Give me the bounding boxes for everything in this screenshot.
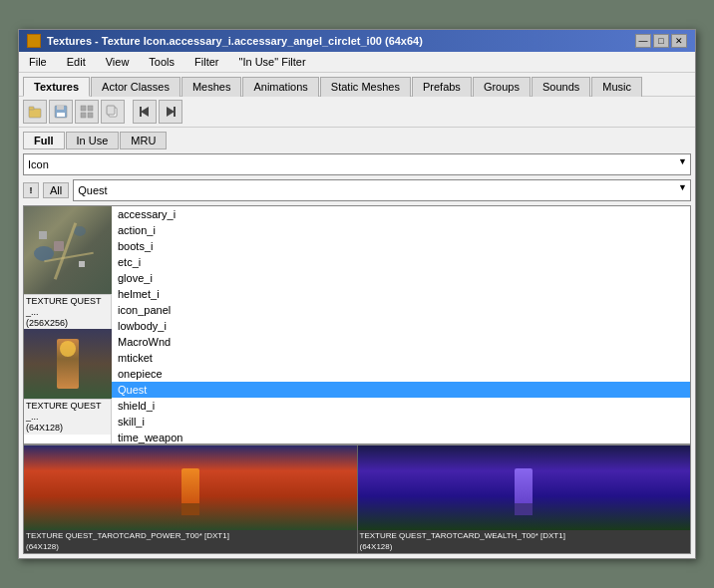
svg-marker-13 [167, 107, 175, 117]
tab-textures[interactable]: Textures [23, 77, 90, 97]
subtab-inuse[interactable]: In Use [66, 132, 120, 149]
title-buttons: — □ ✕ [635, 34, 687, 48]
svg-rect-8 [88, 113, 93, 118]
maximize-button[interactable]: □ [653, 34, 669, 48]
toolbar-prev-btn[interactable] [133, 100, 157, 124]
close-button[interactable]: ✕ [671, 34, 687, 48]
texture-preview-image-1 [24, 206, 112, 294]
svg-rect-5 [81, 106, 86, 111]
menu-bar: File Edit View Tools Filter "In Use" Fil… [19, 52, 695, 73]
toolbar [19, 97, 695, 128]
list-item[interactable]: glove_i [112, 270, 690, 286]
menu-filter[interactable]: Filter [188, 54, 224, 70]
toolbar-copy-btn[interactable] [101, 100, 125, 124]
menu-inuse-filter[interactable]: "In Use" Filter [233, 54, 312, 70]
bottom-label-2: TEXTURE QUEST_TAROTCARD_WEALTH_T00* [DXT… [358, 530, 691, 553]
menu-edit[interactable]: Edit [61, 54, 92, 70]
tabs-container: Textures Actor Classes Meshes Animations… [19, 73, 695, 97]
group-filter-wrapper: Quest [73, 179, 691, 201]
list-item[interactable]: onepiece [112, 366, 690, 382]
exclaim-button[interactable]: ! [23, 182, 39, 198]
svg-rect-3 [57, 113, 65, 117]
icon-filter-wrapper: Icon [23, 153, 691, 175]
svg-rect-6 [88, 106, 93, 111]
bottom-tile-1: TEXTURE QUEST_TAROTCARD_POWER_T00* [DXT1… [24, 445, 358, 553]
menu-tools[interactable]: Tools [143, 54, 180, 70]
toolbar-open-btn[interactable] [23, 100, 47, 124]
list-item[interactable]: mticket [112, 350, 690, 366]
tab-prefabs[interactable]: Prefabs [412, 77, 472, 97]
list-item[interactable]: etc_i [112, 254, 690, 270]
toolbar-save-btn[interactable] [49, 100, 73, 124]
svg-rect-1 [29, 107, 34, 110]
bottom-image-1 [24, 445, 357, 530]
toolbar-view-btn[interactable] [75, 100, 99, 124]
texture-label-2: TEXTURE QUEST_... (64X128) [24, 399, 111, 434]
svg-rect-0 [29, 109, 41, 118]
subtab-mru[interactable]: MRU [120, 132, 167, 149]
menu-file[interactable]: File [23, 54, 53, 70]
list-item[interactable]: boots_i [112, 238, 690, 254]
list-item[interactable]: MacroWnd [112, 334, 690, 350]
texture-preview-panel: TEXTURE QUEST_... (256X256) TEXTURE QUES… [24, 206, 112, 443]
svg-rect-12 [140, 107, 142, 117]
menu-view[interactable]: View [100, 54, 136, 70]
list-item[interactable]: time_weapon [112, 430, 690, 443]
texture-list[interactable]: accessary_i action_i boots_i etc_i glove… [112, 206, 690, 443]
bottom-image-2 [358, 445, 691, 530]
tab-music[interactable]: Music [591, 77, 642, 97]
svg-rect-4 [57, 106, 64, 110]
list-item[interactable]: skill_i [112, 414, 690, 430]
list-item-selected[interactable]: Quest [112, 382, 690, 398]
svg-rect-10 [107, 106, 115, 115]
list-item[interactable]: helmet_i [112, 286, 690, 302]
subtab-full[interactable]: Full [23, 132, 65, 149]
tab-animations[interactable]: Animations [242, 77, 318, 97]
bottom-tile-2: TEXTURE QUEST_TAROTCARD_WEALTH_T00* [DXT… [358, 445, 691, 553]
filter-row: ! All Quest [23, 179, 691, 201]
tab-groups[interactable]: Groups [473, 77, 531, 97]
svg-rect-14 [174, 107, 176, 117]
list-container: TEXTURE QUEST_... (256X256) TEXTURE QUES… [23, 205, 691, 444]
svg-marker-11 [141, 107, 149, 117]
list-item[interactable]: shield_i [112, 398, 690, 414]
title-bar: Textures - Texture Icon.accessary_i.acce… [19, 30, 695, 52]
window-icon [27, 34, 41, 48]
icon-filter-dropdown[interactable]: Icon [23, 153, 691, 175]
title-bar-left: Textures - Texture Icon.accessary_i.acce… [27, 34, 423, 48]
list-item[interactable]: icon_panel [112, 302, 690, 318]
subtabs: Full In Use MRU [23, 132, 691, 149]
content-area: Full In Use MRU Icon ! All Quest [19, 128, 695, 558]
tab-meshes[interactable]: Meshes [181, 77, 242, 97]
list-item[interactable]: action_i [112, 222, 690, 238]
tab-static-meshes[interactable]: Static Meshes [320, 77, 411, 97]
window-title: Textures - Texture Icon.accessary_i.acce… [47, 35, 423, 47]
tab-sounds[interactable]: Sounds [532, 77, 590, 97]
main-window: Textures - Texture Icon.accessary_i.acce… [18, 29, 696, 559]
texture-label-1: TEXTURE QUEST_... (256X256) [24, 294, 111, 329]
all-button[interactable]: All [43, 182, 69, 198]
list-item[interactable]: lowbody_i [112, 318, 690, 334]
svg-rect-7 [81, 113, 86, 118]
bottom-label-1: TEXTURE QUEST_TAROTCARD_POWER_T00* [DXT1… [24, 530, 357, 553]
toolbar-next-btn[interactable] [159, 100, 182, 124]
list-item[interactable]: accessary_i [112, 206, 690, 222]
bottom-preview: TEXTURE QUEST_TAROTCARD_POWER_T00* [DXT1… [23, 444, 691, 554]
group-filter-dropdown[interactable]: Quest [73, 179, 691, 201]
tab-actor-classes[interactable]: Actor Classes [91, 77, 180, 97]
minimize-button[interactable]: — [635, 34, 651, 48]
texture-preview-image-2 [24, 329, 112, 399]
